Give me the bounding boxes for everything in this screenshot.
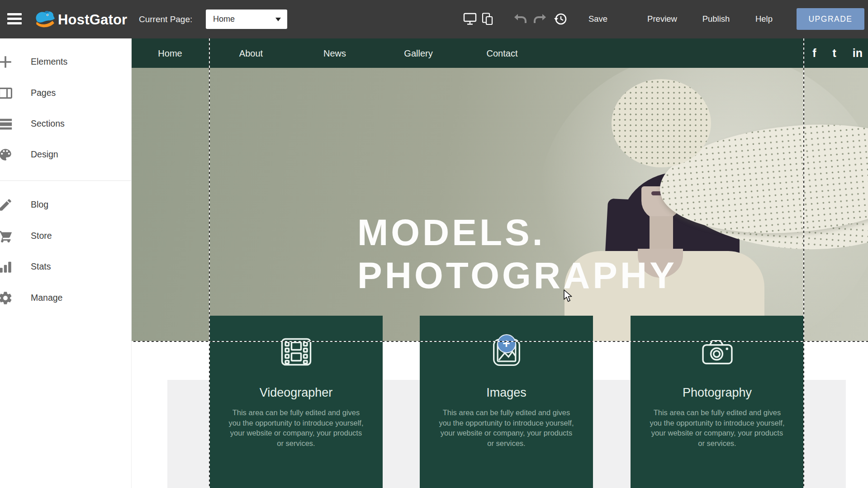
sidebar-item-sections[interactable]: Sections: [0, 114, 131, 133]
page-select-value: Home: [213, 14, 235, 24]
sections-icon: [0, 116, 13, 132]
gear-icon: [0, 290, 13, 306]
hostgator-logo-icon: [33, 9, 56, 30]
builder-sidebar: Elements Pages Sections: [0, 38, 132, 488]
help-button[interactable]: Help: [755, 14, 773, 24]
hero-title-line1: MODELS.: [357, 211, 677, 254]
card-body[interactable]: This area can be fully edited and gives …: [438, 407, 575, 448]
hero-title-line2: PHOTOGRAPHY: [357, 254, 677, 297]
undo-icon[interactable]: [514, 14, 526, 24]
facebook-icon[interactable]: f: [812, 47, 816, 59]
sidebar-item-design[interactable]: Design: [0, 145, 131, 163]
top-toolbar: HostGator Current Page: Home: [0, 0, 868, 38]
pencil-icon: [0, 197, 13, 213]
history-icon[interactable]: [554, 12, 567, 26]
hero-title[interactable]: MODELS. PHOTOGRAPHY: [357, 211, 677, 297]
site-nav-contact[interactable]: Contact: [487, 48, 518, 58]
hero-section: MODELS. PHOTOGRAPHY: [131, 68, 868, 341]
card-title[interactable]: Videographer: [209, 386, 383, 400]
preview-button[interactable]: Preview: [647, 14, 677, 24]
palette-icon: [0, 147, 13, 162]
card-title[interactable]: Photography: [631, 386, 804, 400]
sidebar-item-blog[interactable]: Blog: [0, 195, 131, 213]
social-links: f t in: [812, 38, 863, 68]
site-navbar: Home About News Gallery Contact f t in: [131, 38, 868, 68]
save-button[interactable]: Save: [588, 14, 607, 24]
plus-icon: [0, 54, 13, 70]
mobile-view-icon[interactable]: [481, 13, 494, 25]
current-page-label: Current Page:: [139, 14, 192, 24]
card-body[interactable]: This area can be fully edited and gives …: [649, 407, 786, 448]
card-body[interactable]: This area can be fully edited and gives …: [228, 407, 365, 448]
model-hat-crown: [612, 79, 711, 167]
brand-name: HostGator: [58, 12, 127, 28]
site-nav-gallery[interactable]: Gallery: [404, 48, 432, 58]
sidebar-item-pages[interactable]: Pages: [0, 84, 131, 102]
sidebar-item-elements[interactable]: Elements: [0, 52, 131, 71]
sidebar-item-manage[interactable]: Manage: [0, 289, 131, 307]
twitter-icon[interactable]: t: [832, 47, 836, 59]
section-guide-left: [209, 38, 210, 488]
site-nav-news[interactable]: News: [323, 48, 346, 58]
page-select-dropdown[interactable]: Home: [206, 9, 287, 29]
card-title[interactable]: Images: [420, 386, 593, 400]
cart-icon: [0, 228, 13, 244]
add-image-badge-icon[interactable]: +: [497, 334, 516, 353]
pages-icon: [0, 85, 13, 101]
section-guide-bottom: [131, 341, 868, 342]
linkedin-icon[interactable]: in: [853, 47, 863, 59]
redo-icon[interactable]: [534, 14, 546, 24]
upgrade-button[interactable]: UPGRADE: [797, 8, 864, 30]
desktop-view-icon[interactable]: [463, 13, 477, 25]
site-nav-about[interactable]: About: [239, 48, 263, 58]
app-window: HostGator Current Page: Home: [0, 0, 868, 488]
publish-button[interactable]: Publish: [702, 14, 730, 24]
stats-icon: [0, 259, 13, 275]
section-guide-right: [803, 38, 804, 488]
sidebar-item-store[interactable]: Store: [0, 227, 131, 245]
mouse-cursor: [564, 289, 575, 303]
hamburger-menu-icon[interactable]: [7, 13, 22, 25]
site-nav-home[interactable]: Home: [158, 48, 182, 58]
sidebar-item-stats[interactable]: Stats: [0, 257, 131, 275]
sidebar-divider: [0, 180, 131, 181]
chevron-down-icon: [275, 18, 281, 21]
